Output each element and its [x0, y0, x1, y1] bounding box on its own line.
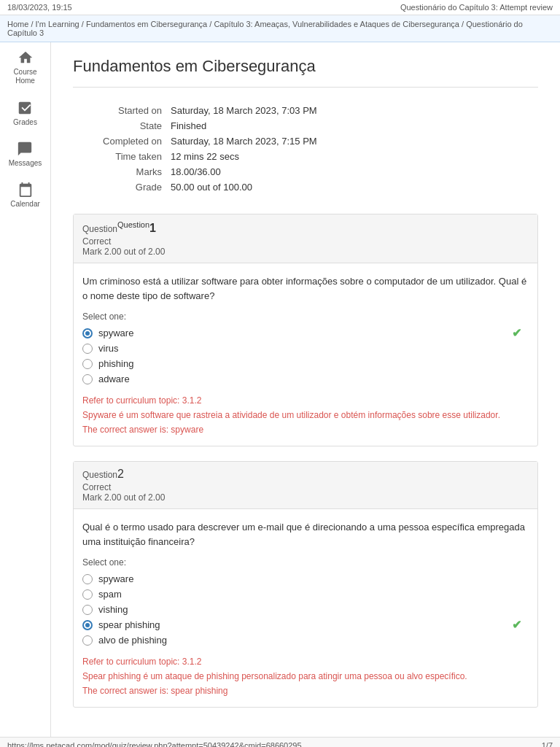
q1-number: Question1 [117, 222, 156, 234]
question-block-1: QuestionQuestion1 Correct Mark 2.00 out … [73, 214, 538, 446]
sidebar-label-course: CourseHome [13, 68, 36, 85]
q2-radio-spyware[interactable] [82, 574, 93, 584]
q2-status: Correct [82, 482, 529, 492]
q1-option-phishing: phishing [82, 358, 529, 369]
q2-radio-spear-phishing[interactable] [82, 620, 93, 630]
q1-feedback-topic: Refer to curriculum topic: 3.1.2 [82, 395, 529, 406]
q1-mark: Mark 2.00 out of 2.00 [82, 247, 529, 257]
started-on-label: Started on [74, 104, 169, 117]
q2-radio-alvo-phishing[interactable] [82, 635, 93, 646]
time-taken-label: Time taken [74, 150, 169, 163]
q1-select-label: Select one: [82, 311, 529, 322]
state-value: Finished [171, 119, 317, 133]
q2-option-spam: spam [82, 589, 529, 600]
q1-radio-virus[interactable] [82, 344, 93, 354]
datetime-label: 18/03/2023, 19:15 [7, 3, 72, 12]
marks-label: Marks [74, 165, 169, 179]
q1-radio-spyware[interactable] [82, 328, 93, 338]
quiz-info-table: Started on Saturday, 18 March 2023, 7:03… [73, 102, 319, 196]
calendar-icon [18, 182, 34, 198]
q1-feedback-correct: The correct answer is: spyware [82, 425, 529, 435]
q2-feedback-text: Spear phishing é um ataque de phishing p… [82, 670, 529, 683]
question-body-2: Qual é o termo usado para descrever um e… [74, 509, 537, 707]
state-label: State [74, 119, 169, 133]
sidebar-item-course-home[interactable]: CourseHome [13, 50, 36, 85]
q2-option-spear-phishing: spear phishing ✔ [82, 619, 529, 630]
q2-option-vishing: vishing [82, 604, 529, 615]
grades-icon [17, 100, 33, 116]
footer-bar: https://lms.netacad.com/mod/quiz/review.… [0, 737, 560, 747]
sidebar-label-calendar: Calendar [10, 200, 40, 208]
breadcrumb: Home / I'm Learning / Fundamentos em Cib… [0, 15, 560, 42]
sidebar-label-messages: Messages [9, 159, 42, 167]
q2-number: 2 [117, 468, 124, 480]
q1-status: Correct [82, 236, 529, 247]
q1-option-spyware-text: spyware [98, 328, 133, 338]
q2-radio-vishing[interactable] [82, 605, 93, 615]
layout: CourseHome Grades Messages Calendar Fund… [0, 42, 560, 737]
course-page-title: Fundamentos em Cibersegurança [73, 57, 538, 88]
top-bar: 18/03/2023, 19:15 Questionário do Capítu… [0, 0, 560, 15]
sidebar-item-grades[interactable]: Grades [13, 100, 37, 126]
q2-option-spam-text: spam [98, 589, 122, 600]
home-icon [18, 50, 34, 66]
footer-page: 1/7 [542, 741, 553, 747]
q2-option-vishing-text: vishing [98, 604, 128, 615]
q2-feedback: Refer to curriculum topic: 3.1.2 Spear p… [82, 657, 529, 696]
time-taken-value: 12 mins 22 secs [171, 150, 317, 163]
q2-option-alvo-phishing: alvo de phishing [82, 635, 529, 646]
q1-option-virus: virus [82, 343, 529, 354]
marks-value: 18.00/36.00 [171, 165, 317, 179]
messages-icon [17, 141, 33, 157]
q2-feedback-correct: The correct answer is: spear phishing [82, 686, 529, 696]
sidebar-label-grades: Grades [13, 118, 37, 126]
footer-url: https://lms.netacad.com/mod/quiz/review.… [7, 741, 302, 747]
q2-correct-checkmark: ✔ [512, 618, 521, 632]
q1-option-adware-text: adware [98, 374, 130, 384]
question-header-1: QuestionQuestion1 Correct Mark 2.00 out … [74, 214, 537, 263]
q1-option-phishing-text: phishing [98, 358, 133, 369]
page-title-label: Questionário do Capítulo 3: Attempt revi… [400, 3, 553, 12]
q1-feedback: Refer to curriculum topic: 3.1.2 Spyware… [82, 395, 529, 435]
completed-on-value: Saturday, 18 March 2023, 7:15 PM [171, 134, 317, 148]
q1-feedback-text: Spyware é um software que rastreia a ati… [82, 409, 529, 422]
q1-label: Question [82, 224, 117, 234]
grade-value: 50.00 out of 100.00 [171, 180, 317, 194]
sidebar: CourseHome Grades Messages Calendar [0, 42, 51, 737]
q2-text: Qual é o termo usado para descrever um e… [82, 520, 529, 549]
question-body-1: Um criminoso está a utilizar software pa… [74, 263, 537, 446]
q2-radio-spam[interactable] [82, 589, 93, 600]
q2-option-spyware-text: spyware [98, 573, 133, 584]
q1-option-spyware: spyware ✔ [82, 328, 529, 338]
q1-radio-phishing[interactable] [82, 359, 93, 369]
q1-text: Um criminoso está a utilizar software pa… [82, 274, 529, 303]
breadcrumb-item[interactable]: Home [7, 20, 28, 28]
main-content: Fundamentos em Cibersegurança Started on… [51, 42, 560, 737]
breadcrumb-item[interactable]: Capítulo 3: Ameaças, Vulnerabilidades e … [214, 20, 459, 28]
started-on-value: Saturday, 18 March 2023, 7:03 PM [171, 104, 317, 117]
q1-radio-adware[interactable] [82, 374, 93, 384]
q2-option-alvo-phishing-text: alvo de phishing [98, 635, 167, 646]
sidebar-item-calendar[interactable]: Calendar [10, 182, 40, 208]
question-block-2: Question2 Correct Mark 2.00 out of 2.00 … [73, 461, 538, 708]
sidebar-item-messages[interactable]: Messages [9, 141, 42, 167]
q1-option-virus-text: virus [98, 343, 118, 354]
q2-feedback-topic: Refer to curriculum topic: 3.1.2 [82, 657, 529, 667]
q2-label: Question [82, 470, 117, 480]
q2-mark: Mark 2.00 out of 2.00 [82, 492, 529, 503]
completed-on-label: Completed on [74, 134, 169, 148]
breadcrumb-item[interactable]: I'm Learning [36, 20, 79, 28]
question-header-2: Question2 Correct Mark 2.00 out of 2.00 [74, 462, 537, 509]
q2-option-spear-phishing-text: spear phishing [98, 619, 160, 630]
breadcrumb-item[interactable]: Fundamentos em Cibersegurança [86, 20, 207, 28]
q2-select-label: Select one: [82, 557, 529, 568]
q2-option-spyware: spyware [82, 573, 529, 584]
q1-correct-checkmark: ✔ [512, 326, 521, 340]
grade-label: Grade [74, 180, 169, 194]
q1-option-adware: adware [82, 374, 529, 384]
